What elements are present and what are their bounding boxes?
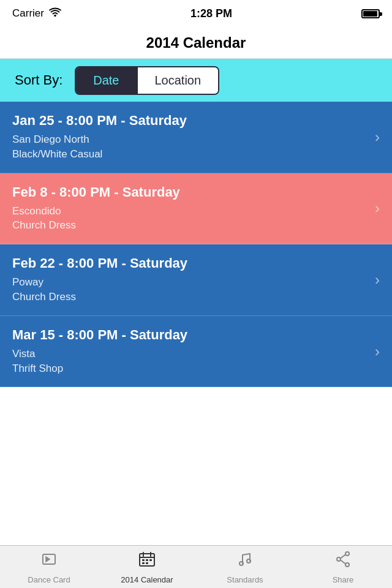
carrier-label: Carrier [12, 7, 44, 20]
tab-share-label: Share [333, 575, 354, 584]
svg-marker-2 [46, 557, 50, 562]
calendar-icon [138, 550, 156, 573]
svg-rect-8 [146, 559, 148, 561]
event-location-1: San Diego NorthBlack/White Casual [12, 132, 369, 162]
svg-line-18 [341, 560, 345, 564]
chevron-right-icon: › [375, 271, 380, 288]
status-time: 1:28 PM [190, 7, 232, 20]
svg-rect-11 [146, 562, 148, 564]
svg-point-13 [247, 559, 251, 563]
tab-calendar[interactable]: 2014 Calendar [98, 546, 196, 588]
status-bar: Carrier 1:28 PM [0, 0, 392, 27]
tab-share[interactable]: Share [294, 546, 392, 588]
tab-bar: Dance Card 2014 Calendar [0, 545, 392, 588]
event-title-4: Mar 15 - 8:00 PM - Saturday [12, 327, 369, 343]
event-content-2: Feb 8 - 8:00 PM - Saturday EscondidoChur… [12, 184, 369, 233]
svg-point-0 [54, 14, 56, 17]
event-location-4: VistaThrift Shop [12, 347, 369, 376]
event-location-2: EscondidoChurch Dress [12, 204, 369, 233]
svg-line-17 [341, 554, 345, 558]
tab-dance-card[interactable]: Dance Card [0, 546, 98, 588]
tab-calendar-label: 2014 Calendar [121, 575, 173, 584]
svg-point-15 [345, 563, 349, 567]
svg-point-12 [239, 562, 243, 565]
svg-rect-10 [142, 562, 145, 564]
svg-rect-7 [142, 559, 145, 561]
event-title-1: Jan 25 - 8:00 PM - Saturday [12, 113, 369, 129]
sort-by-label: Sort By: [15, 72, 62, 88]
standards-icon [236, 550, 254, 573]
event-content-1: Jan 25 - 8:00 PM - Saturday San Diego No… [12, 113, 369, 162]
chevron-right-icon: › [375, 200, 380, 217]
share-icon [334, 550, 352, 573]
tab-dance-card-label: Dance Card [28, 575, 70, 584]
sort-by-location-button[interactable]: Location [137, 67, 219, 94]
battery-icon [361, 9, 380, 18]
sort-button-group: Date Location [75, 66, 219, 95]
event-list: Jan 25 - 8:00 PM - Saturday San Diego No… [0, 102, 392, 545]
event-item-2[interactable]: Feb 8 - 8:00 PM - Saturday EscondidoChur… [0, 173, 392, 245]
event-content-4: Mar 15 - 8:00 PM - Saturday VistaThrift … [12, 327, 369, 376]
sort-by-date-button[interactable]: Date [76, 67, 136, 94]
dance-card-icon [40, 550, 58, 573]
svg-point-14 [345, 552, 349, 556]
svg-point-16 [337, 557, 341, 561]
chevron-right-icon: › [375, 129, 380, 146]
event-item-3[interactable]: Feb 22 - 8:00 PM - Saturday PowayChurch … [0, 244, 392, 316]
event-item-1[interactable]: Jan 25 - 8:00 PM - Saturday San Diego No… [0, 102, 392, 173]
status-left: Carrier [12, 7, 61, 20]
event-location-3: PowayChurch Dress [12, 275, 369, 304]
sort-bar: Sort By: Date Location [0, 59, 392, 102]
tab-standards-label: Standards [227, 575, 263, 584]
tab-standards[interactable]: Standards [196, 546, 294, 588]
chevron-right-icon: › [375, 343, 380, 360]
wifi-icon [49, 7, 61, 20]
event-item-4[interactable]: Mar 15 - 8:00 PM - Saturday VistaThrift … [0, 316, 392, 388]
event-title-3: Feb 22 - 8:00 PM - Saturday [12, 255, 369, 271]
svg-rect-9 [149, 559, 152, 561]
event-content-3: Feb 22 - 8:00 PM - Saturday PowayChurch … [12, 255, 369, 304]
status-right [361, 9, 380, 18]
page-title: 2014 Calendar [146, 34, 246, 51]
app-header: 2014 Calendar [0, 27, 392, 59]
event-title-2: Feb 8 - 8:00 PM - Saturday [12, 184, 369, 200]
